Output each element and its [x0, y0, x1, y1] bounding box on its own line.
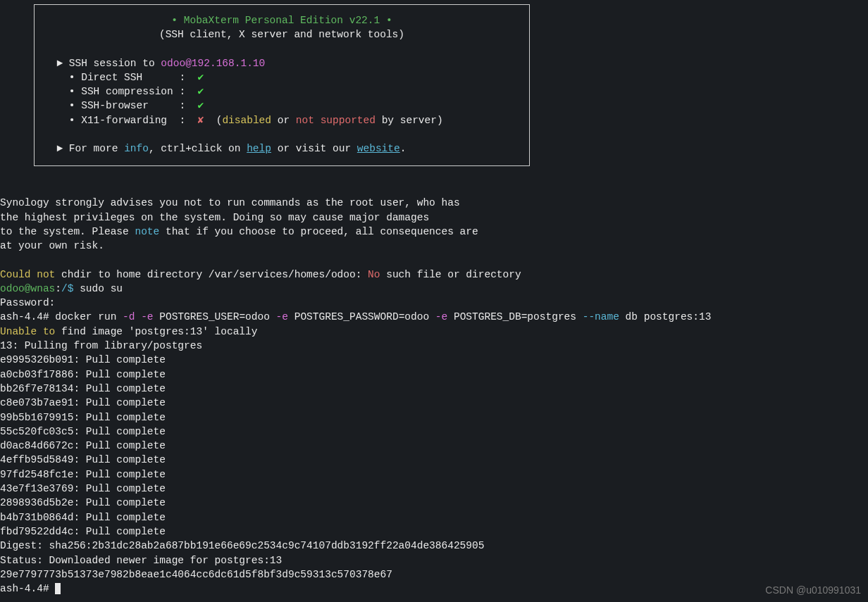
- check-icon: ✔: [198, 86, 204, 97]
- website-link[interactable]: website: [357, 143, 400, 154]
- cross-icon: ✘: [198, 115, 204, 126]
- final-prompt[interactable]: ash-4.4#: [0, 582, 868, 596]
- syn-warn-3: to the system. Please note that if you c…: [0, 225, 868, 239]
- layer-line: fbd79522dd4c: Pull complete: [0, 525, 868, 539]
- layer-line: 99b5b1679915: Pull complete: [0, 410, 868, 425]
- syn-warn-4: at your own risk.: [0, 239, 868, 253]
- layer-line: 2898936d5b2e: Pull complete: [0, 496, 868, 510]
- help-link[interactable]: help: [247, 143, 271, 154]
- layer-list: e9995326b091: Pull completea0cb03f17886:…: [0, 353, 868, 539]
- check-icon: ✔: [198, 100, 204, 111]
- info-text: info: [124, 143, 149, 154]
- ssh-item-compression: • SSH compression : ✔: [44, 84, 519, 99]
- ssh-item-x11: • X11-forwarding : ✘ (disabled or not su…: [44, 113, 519, 127]
- layer-line: 43e7f13e3769: Pull complete: [0, 482, 868, 496]
- syn-warn-1: Synology strongly advises you not to run…: [0, 196, 868, 210]
- layer-line: d0ac84d6672c: Pull complete: [0, 439, 868, 453]
- cursor-icon: [55, 583, 61, 594]
- prompt-line[interactable]: odoo@wnas:/$ sudo su: [0, 282, 868, 296]
- layer-line: b4b731b0864d: Pull complete: [0, 510, 868, 525]
- hash-line: 29e7797773b51373e7982b8eae1c4064cc6dc61d…: [0, 567, 868, 582]
- header-box: • MobaXterm Personal Edition v22.1 • (SS…: [34, 4, 530, 166]
- docker-command: ash-4.4# docker run -d -e POSTGRES_USER=…: [0, 310, 868, 324]
- ssh-item-browser: • SSH-browser : ✔: [44, 99, 519, 113]
- status-line: Status: Downloaded newer image for postg…: [0, 553, 868, 567]
- terminal-output[interactable]: • MobaXterm Personal Edition v22.1 • (SS…: [0, 4, 868, 596]
- app-title: • MobaXterm Personal Edition v22.1 •: [44, 13, 519, 27]
- ssh-session-line: ► SSH session to odoo@192.168.1.10: [44, 56, 519, 70]
- prompt-path: /$: [61, 283, 80, 294]
- layer-line: 97fd2548fc1e: Pull complete: [0, 468, 868, 482]
- layer-line: a0cb03f17886: Pull complete: [0, 368, 868, 382]
- watermark: CSDN @u010991031: [765, 584, 861, 598]
- layer-line: e9995326b091: Pull complete: [0, 353, 868, 367]
- sudo-command: sudo su: [80, 283, 123, 294]
- layer-line: bb26f7e78134: Pull complete: [0, 382, 868, 396]
- layer-line: 4effb95d5849: Pull complete: [0, 453, 868, 467]
- chdir-error: Could not chdir to home directory /var/s…: [0, 268, 868, 282]
- layer-line: 55c520fc03c5: Pull complete: [0, 425, 868, 439]
- digest-line: Digest: sha256:2b31dc28ab2a687bb191e66e6…: [0, 539, 868, 553]
- ssh-target: odoo@192.168.1.10: [161, 58, 265, 69]
- root-prompt: ash-4.4#: [0, 311, 55, 322]
- unable-line: Unable to find image 'postgres:13' local…: [0, 325, 868, 339]
- pulling-line: 13: Pulling from library/postgres: [0, 339, 868, 353]
- app-subtitle: (SSH client, X server and network tools): [44, 27, 519, 42]
- password-prompt[interactable]: Password:: [0, 296, 868, 310]
- syn-warn-2: the highest privileges on the system. Do…: [0, 211, 868, 225]
- check-icon: ✔: [198, 72, 204, 83]
- prompt-user: odoo@wnas: [0, 283, 55, 294]
- more-info-line: ► For more info, ctrl+click on help or v…: [44, 142, 519, 156]
- layer-line: c8e073b7ae91: Pull complete: [0, 396, 868, 410]
- ssh-item-direct: • Direct SSH : ✔: [44, 70, 519, 84]
